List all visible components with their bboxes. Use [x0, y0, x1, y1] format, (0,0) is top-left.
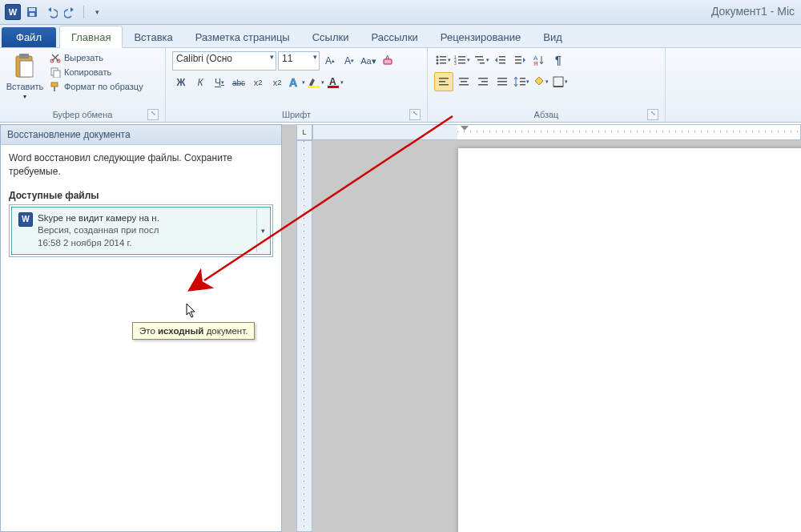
recovery-file-dropdown[interactable]: ▾: [256, 209, 268, 253]
tab-layout[interactable]: Разметка страницы: [184, 26, 301, 47]
italic-button[interactable]: К: [191, 74, 209, 91]
show-marks-button[interactable]: ¶: [549, 51, 567, 69]
group-font-label: Шрифт⤡: [172, 108, 421, 122]
cut-button[interactable]: Вырезать: [46, 51, 147, 64]
text-effects-button[interactable]: A▾: [288, 74, 305, 91]
svg-rect-32: [480, 62, 485, 64]
bullets-button[interactable]: ▾: [434, 51, 452, 69]
svg-rect-5: [20, 61, 33, 77]
clipboard-launcher[interactable]: ⤡: [147, 109, 159, 120]
tab-review[interactable]: Рецензирование: [429, 26, 532, 47]
recovery-file-version: Версия, созданная при посл: [38, 224, 159, 237]
ruler-horizontal[interactable]: [312, 124, 801, 140]
multilevel-button[interactable]: ▾: [473, 51, 490, 69]
cut-icon: [50, 52, 61, 63]
group-paragraph: ▾ 123▾ ▾ AЯ ¶ ▾ ▾ ▾ Абза: [428, 48, 666, 122]
document-title: Документ1 - Mic: [711, 5, 795, 18]
ribbon-tabs: Файл Главная Вставка Разметка страницы С…: [0, 25, 801, 48]
tab-references[interactable]: Ссылки: [301, 26, 360, 47]
underline-button[interactable]: Ч▾: [211, 74, 228, 91]
svg-rect-47: [478, 78, 488, 79]
document-page[interactable]: [458, 148, 801, 532]
svg-rect-27: [458, 59, 465, 61]
align-left-icon: [438, 76, 449, 87]
ruler-corner[interactable]: L: [296, 124, 312, 140]
svg-rect-37: [515, 59, 521, 61]
svg-rect-49: [478, 84, 488, 86]
align-left-button[interactable]: [434, 72, 453, 91]
svg-rect-56: [553, 77, 563, 87]
svg-rect-38: [515, 62, 521, 64]
qat-customize[interactable]: ▾: [89, 4, 105, 20]
format-painter-icon: [50, 81, 61, 92]
indent-icon: [513, 54, 526, 66]
copy-icon: [50, 66, 61, 78]
strike-button[interactable]: abc: [230, 74, 248, 91]
svg-rect-35: [499, 62, 505, 64]
borders-icon: [552, 75, 565, 88]
text-effects-icon: A: [288, 75, 302, 90]
tab-view[interactable]: Вид: [532, 26, 574, 47]
borders-button[interactable]: ▾: [551, 73, 569, 91]
tooltip-text-1: Это: [139, 326, 158, 336]
tooltip-text-2: документ.: [203, 326, 248, 336]
copy-button[interactable]: Копировать: [46, 66, 147, 79]
decrease-indent-button[interactable]: [492, 51, 509, 69]
align-center-button[interactable]: [455, 73, 473, 91]
font-size-combo[interactable]: 11: [278, 51, 320, 71]
quick-access-toolbar: W ▾: [5, 4, 105, 20]
redo-button[interactable]: [62, 4, 78, 20]
undo-button[interactable]: [43, 4, 59, 20]
paste-label: Вставить: [6, 82, 44, 91]
ruler-indent-marker[interactable]: [461, 126, 469, 137]
svg-point-20: [437, 59, 439, 62]
recovery-file-item[interactable]: W Skype не видит камеру на н. Версия, со…: [11, 207, 271, 256]
shading-button[interactable]: ▾: [532, 73, 549, 91]
subscript-button[interactable]: x2: [249, 74, 267, 91]
svg-text:Я: Я: [533, 60, 538, 66]
superscript-button[interactable]: x2: [268, 74, 286, 91]
font-family-combo[interactable]: Calibri (Осно: [172, 51, 276, 71]
justify-button[interactable]: [493, 73, 511, 91]
ruler-vertical[interactable]: [296, 140, 312, 532]
svg-rect-4: [19, 54, 29, 58]
highlight-icon: [307, 75, 321, 90]
paragraph-launcher[interactable]: ⤡: [647, 109, 658, 120]
sort-button[interactable]: AЯ: [530, 51, 548, 69]
recovery-subheader: Доступные файлы: [9, 190, 273, 201]
multilevel-icon: [473, 54, 486, 66]
svg-rect-43: [439, 84, 449, 86]
grow-font-button[interactable]: A▴: [321, 52, 339, 70]
paste-icon: [13, 53, 37, 80]
tab-insert[interactable]: Вставка: [123, 26, 183, 47]
numbering-button[interactable]: 123▾: [453, 51, 471, 69]
tab-mailings[interactable]: Рассылки: [360, 26, 429, 47]
tooltip: Это исходный документ.: [132, 322, 255, 340]
tab-file[interactable]: Файл: [2, 27, 56, 47]
group-paragraph-label: Абзац⤡: [434, 108, 658, 122]
highlight-button[interactable]: ▾: [307, 74, 324, 91]
svg-rect-42: [439, 81, 445, 83]
clear-format-button[interactable]: A: [379, 52, 396, 70]
save-button[interactable]: [24, 4, 40, 20]
tab-home[interactable]: Главная: [59, 26, 123, 48]
svg-text:A: A: [385, 54, 390, 61]
svg-rect-46: [459, 84, 469, 86]
svg-rect-54: [520, 81, 525, 83]
change-case-button[interactable]: Aa▾: [360, 52, 377, 70]
bold-button[interactable]: Ж: [172, 74, 190, 91]
increase-indent-button[interactable]: [511, 51, 529, 69]
save-icon: [26, 6, 38, 18]
line-spacing-button[interactable]: ▾: [513, 73, 530, 91]
svg-rect-44: [459, 78, 469, 79]
cut-label: Вырезать: [64, 53, 103, 62]
font-launcher[interactable]: ⤡: [409, 109, 421, 120]
svg-rect-53: [520, 78, 525, 79]
paste-button[interactable]: Вставить ▾: [6, 51, 43, 102]
format-painter-button[interactable]: Формат по образцу: [46, 80, 147, 93]
app-icon[interactable]: W: [5, 4, 21, 20]
align-right-button[interactable]: [474, 73, 492, 91]
svg-rect-41: [439, 78, 449, 79]
shrink-font-button[interactable]: A▾: [340, 52, 358, 70]
font-color-button[interactable]: A▾: [326, 74, 344, 91]
